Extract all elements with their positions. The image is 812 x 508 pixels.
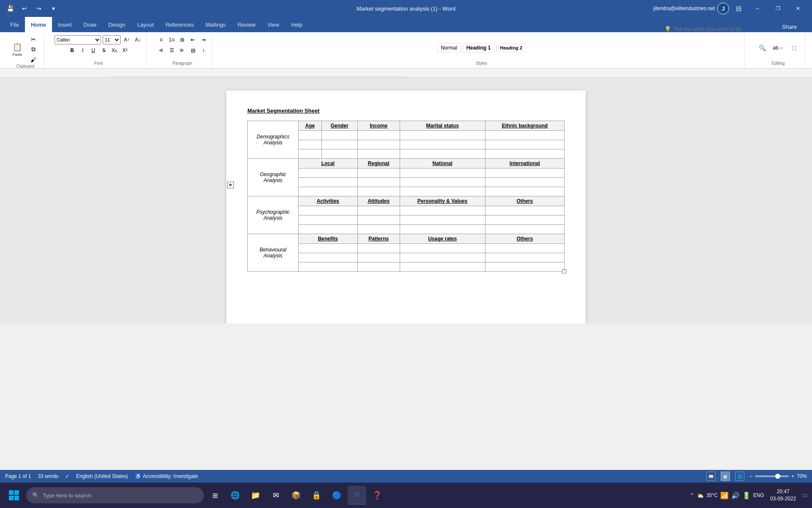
cell[interactable] (299, 187, 358, 196)
share-button[interactable]: Share (775, 22, 804, 32)
show-desktop-button[interactable]: □ (802, 493, 809, 498)
accessibility-status[interactable]: ♿ Accessibility: Investigate (135, 473, 198, 479)
cell[interactable] (357, 262, 400, 272)
normal-style[interactable]: Normal (437, 43, 461, 52)
task-view-button[interactable]: ⊞ (206, 486, 224, 505)
cell[interactable] (357, 149, 400, 159)
cell[interactable] (357, 225, 400, 234)
font-family-select[interactable]: Calibri (55, 35, 101, 44)
help-button[interactable]: ❓ (368, 486, 387, 505)
cell[interactable] (299, 225, 358, 234)
cell[interactable] (321, 131, 357, 140)
cell[interactable] (299, 215, 358, 225)
grow-font-button[interactable]: A↑ (122, 35, 132, 44)
numbering-button[interactable]: 1≡ (167, 35, 176, 44)
underline-button[interactable]: U (89, 46, 98, 55)
language-status[interactable]: English (United States) (76, 473, 128, 479)
cell[interactable] (400, 215, 485, 225)
line-spacing-button[interactable]: ↕ (199, 46, 208, 55)
tab-references[interactable]: References (159, 17, 199, 32)
cell[interactable] (400, 225, 485, 234)
weather-icon[interactable]: ⛅ (697, 492, 704, 499)
heading2-style[interactable]: Heading 2 (496, 44, 526, 52)
mail-button[interactable]: ✉ (266, 486, 285, 505)
cell[interactable] (485, 253, 564, 262)
cell[interactable] (299, 244, 358, 253)
edge-button[interactable]: 🌐 (226, 486, 244, 505)
cell[interactable] (400, 178, 485, 187)
ribbon-display-button[interactable]: ⊟ (732, 3, 744, 14)
table-move-handle[interactable]: ✥ (227, 182, 234, 188)
tell-me-input[interactable] (674, 26, 767, 32)
cell[interactable] (485, 131, 564, 140)
clock[interactable]: 20:47 03-09-2022 (767, 488, 799, 502)
vpn-button[interactable]: 🔒 (307, 486, 326, 505)
save-button[interactable]: 💾 (4, 3, 16, 14)
cell[interactable] (400, 187, 485, 196)
tab-layout[interactable]: Layout (131, 17, 159, 32)
cell[interactable] (357, 253, 400, 262)
font-size-select[interactable]: 11 (103, 35, 121, 44)
undo-button[interactable]: ↩ (19, 3, 30, 14)
cell[interactable] (299, 149, 322, 159)
notification-icon[interactable]: ⌃ (690, 492, 694, 499)
cell[interactable] (485, 206, 564, 215)
cell[interactable] (485, 244, 564, 253)
zoom-out-button[interactable]: − (749, 473, 752, 479)
cell[interactable] (400, 253, 485, 262)
battery-icon[interactable]: 🔋 (742, 491, 751, 500)
cell[interactable] (357, 206, 400, 215)
print-view-button[interactable]: ▦ (721, 472, 730, 481)
bold-button[interactable]: B (68, 46, 77, 55)
cell[interactable] (357, 187, 400, 196)
superscript-button[interactable]: X² (121, 46, 130, 55)
strikethrough-button[interactable]: S̶ (99, 46, 109, 55)
cell[interactable] (321, 140, 357, 149)
cell[interactable] (400, 140, 485, 149)
tab-insert[interactable]: Insert (52, 17, 78, 32)
tab-file[interactable]: File (4, 17, 25, 32)
cell[interactable] (485, 178, 564, 187)
network-icon[interactable]: 📶 (720, 491, 729, 500)
cell[interactable] (400, 131, 485, 140)
dropbox-button[interactable]: 📦 (287, 486, 305, 505)
restore-button[interactable]: ❐ (768, 0, 787, 17)
redo-button[interactable]: ↪ (33, 3, 45, 14)
cell[interactable] (299, 262, 358, 272)
tab-design[interactable]: Design (102, 17, 131, 32)
cell[interactable] (485, 225, 564, 234)
cell[interactable] (299, 178, 358, 187)
cell[interactable] (299, 140, 322, 149)
cell[interactable] (400, 168, 485, 178)
cell[interactable] (357, 131, 400, 140)
zoom-in-button[interactable]: + (791, 473, 794, 479)
cell[interactable] (485, 187, 564, 196)
search-input[interactable] (43, 492, 198, 499)
select-button[interactable]: ⬚ (787, 41, 801, 55)
heading1-style[interactable]: Heading 1 (463, 43, 494, 52)
web-view-button[interactable]: 🌐 (735, 472, 744, 481)
cell[interactable] (357, 168, 400, 178)
cell[interactable] (357, 178, 400, 187)
multilevel-button[interactable]: ⊞ (178, 35, 187, 44)
align-center-button[interactable]: ☰ (167, 46, 176, 55)
cell[interactable] (321, 149, 357, 159)
cell[interactable] (357, 140, 400, 149)
start-button[interactable] (3, 485, 25, 506)
tab-mailings[interactable]: Mailings (200, 17, 232, 32)
cell[interactable] (299, 206, 358, 215)
shrink-font-button[interactable]: A↓ (133, 35, 143, 44)
document[interactable]: ✥ Market Segmentation Sheet Demographics… (226, 91, 586, 323)
copy-button[interactable]: ⧉ (26, 45, 41, 54)
cell[interactable] (400, 262, 485, 272)
minimize-button[interactable]: – (748, 0, 767, 17)
tab-review[interactable]: Review (232, 17, 262, 32)
table-resize-handle[interactable] (562, 269, 566, 273)
spell-check-status[interactable]: ✓ (65, 473, 69, 479)
tell-me-bar[interactable]: 💡 (664, 26, 775, 32)
cell[interactable] (400, 206, 485, 215)
cell[interactable] (485, 149, 564, 159)
search-bar[interactable]: 🔍 (26, 487, 204, 503)
cut-button[interactable]: ✂ (26, 35, 41, 44)
cell[interactable] (299, 131, 322, 140)
